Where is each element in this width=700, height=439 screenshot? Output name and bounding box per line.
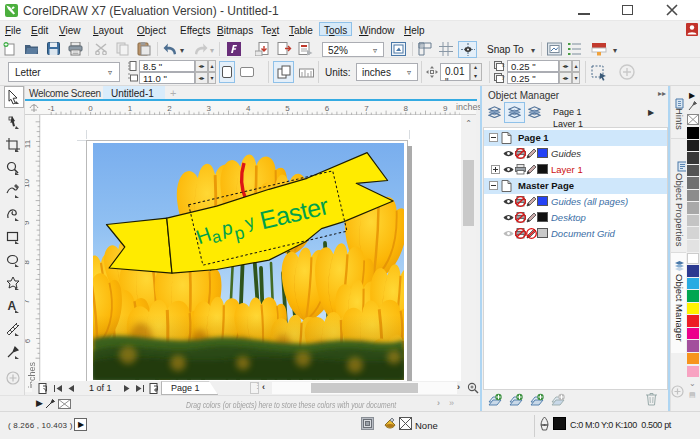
- svg-text:6: 6: [25, 338, 32, 343]
- svg-text:5: 5: [285, 104, 290, 113]
- svg-text:2: 2: [167, 104, 172, 113]
- svg-text:4: 4: [246, 104, 251, 113]
- svg-text:y: y: [502, 74, 505, 80]
- svg-text:7: 7: [364, 104, 369, 113]
- svg-text:p: p: [221, 217, 233, 239]
- svg-text:0: 0: [88, 104, 93, 113]
- svg-text:-1: -1: [48, 104, 56, 113]
- svg-text:8: 8: [404, 104, 409, 113]
- svg-text:1: 1: [128, 104, 133, 113]
- svg-text:8: 8: [25, 259, 32, 264]
- svg-text:x: x: [502, 62, 505, 68]
- svg-text:3: 3: [207, 104, 212, 113]
- svg-text:9: 9: [25, 220, 32, 225]
- svg-text:10: 10: [25, 178, 32, 187]
- svg-text:7: 7: [25, 299, 32, 304]
- svg-text:6: 6: [325, 104, 330, 113]
- svg-text:9: 9: [443, 104, 448, 113]
- svg-text:11: 11: [25, 139, 32, 148]
